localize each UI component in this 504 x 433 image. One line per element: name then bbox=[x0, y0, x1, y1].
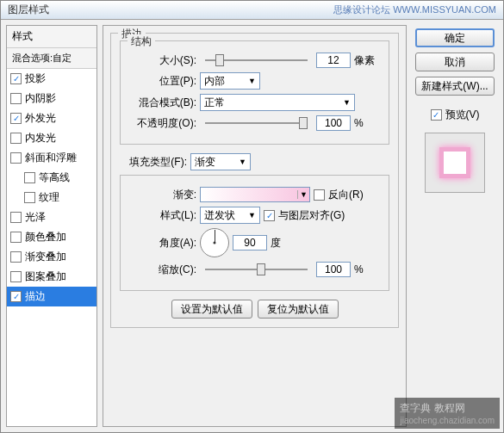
stroke-fieldset: 描边 结构 大小(S): 像素 位置(P): 内部 ▼ bbox=[110, 33, 399, 328]
fill-type-label: 填充类型(F): bbox=[120, 155, 187, 170]
set-default-button[interactable]: 设置为默认值 bbox=[171, 300, 252, 319]
scale-slider-thumb[interactable] bbox=[257, 263, 265, 275]
style-label: 内阴影 bbox=[25, 91, 56, 106]
position-label: 位置(P): bbox=[129, 74, 196, 89]
style-label: 图案叠加 bbox=[25, 269, 66, 284]
gradient-label: 渐变: bbox=[129, 188, 196, 202]
scale-label: 缩放(C): bbox=[129, 263, 196, 277]
style-checkbox[interactable] bbox=[10, 113, 22, 124]
opacity-label: 不透明度(O): bbox=[129, 116, 196, 131]
style-label: 光泽 bbox=[25, 210, 46, 225]
style-item[interactable]: 内阴影 bbox=[7, 89, 96, 108]
style-item[interactable]: 图案叠加 bbox=[7, 267, 96, 287]
chevron-down-icon: ▼ bbox=[248, 211, 256, 220]
scale-input[interactable] bbox=[316, 262, 351, 277]
blend-options-header[interactable]: 混合选项:自定 bbox=[7, 48, 96, 69]
fill-type-value: 渐变 bbox=[195, 155, 215, 170]
size-slider-thumb[interactable] bbox=[215, 54, 224, 66]
preview-box bbox=[425, 133, 485, 193]
blend-mode-label: 混合模式(B): bbox=[129, 96, 196, 110]
styles-panel: 样式 混合选项:自定 投影内阴影外发光内发光斜面和浮雕等高线纹理光泽颜色叠加渐变… bbox=[6, 25, 97, 427]
size-label: 大小(S): bbox=[129, 53, 196, 68]
gradient-picker[interactable]: ▼ bbox=[200, 187, 310, 202]
structure-legend: 结构 bbox=[128, 34, 155, 49]
new-style-button[interactable]: 新建样式(W)... bbox=[415, 77, 495, 96]
fill-type-select[interactable]: 渐变 ▼ bbox=[190, 153, 251, 170]
style-checkbox[interactable] bbox=[10, 251, 22, 263]
chevron-down-icon: ▼ bbox=[297, 190, 309, 199]
opacity-unit: % bbox=[354, 117, 380, 129]
scale-unit: % bbox=[354, 263, 380, 275]
opacity-slider-thumb[interactable] bbox=[299, 117, 308, 129]
style-item[interactable]: 纹理 bbox=[7, 188, 96, 207]
style-checkbox[interactable] bbox=[10, 73, 22, 84]
style-item[interactable]: 投影 bbox=[7, 69, 96, 89]
dialog-title: 图层样式 bbox=[8, 3, 49, 17]
chevron-down-icon: ▼ bbox=[248, 77, 256, 85]
style-label: 投影 bbox=[25, 71, 46, 86]
settings-panel: 描边 结构 大小(S): 像素 位置(P): 内部 ▼ bbox=[103, 25, 407, 427]
style-checkbox[interactable] bbox=[10, 152, 22, 164]
opacity-input[interactable] bbox=[316, 115, 351, 131]
style-item[interactable]: 渐变叠加 bbox=[7, 247, 96, 267]
style-item[interactable]: 描边 bbox=[7, 287, 96, 306]
preview-swatch bbox=[439, 147, 470, 178]
footer-watermark: 查字典 教程网 jiaocheng.chazidian.com bbox=[395, 398, 500, 429]
style-value: 迸发状 bbox=[204, 208, 235, 223]
style-checkbox[interactable] bbox=[10, 133, 22, 144]
style-label: 等高线 bbox=[39, 170, 70, 185]
titlebar[interactable]: 图层样式 思缘设计论坛 WWW.MISSYUAN.COM bbox=[1, 1, 503, 20]
style-checkbox[interactable] bbox=[10, 212, 22, 223]
preview-label: 预览(V) bbox=[445, 108, 480, 122]
style-list: 投影内阴影外发光内发光斜面和浮雕等高线纹理光泽颜色叠加渐变叠加图案叠加描边 bbox=[7, 69, 96, 426]
align-label: 与图层对齐(G) bbox=[278, 208, 345, 223]
align-checkbox[interactable] bbox=[264, 210, 275, 221]
angle-input[interactable] bbox=[233, 235, 267, 251]
styles-header: 样式 bbox=[7, 26, 96, 48]
angle-wheel[interactable] bbox=[200, 228, 229, 257]
position-value: 内部 bbox=[204, 74, 225, 89]
style-checkbox[interactable] bbox=[10, 232, 22, 243]
angle-unit: 度 bbox=[271, 236, 296, 251]
style-checkbox[interactable] bbox=[24, 192, 35, 203]
titlebar-watermark: 思缘设计论坛 WWW.MISSYUAN.COM bbox=[333, 3, 496, 16]
ok-button[interactable]: 确定 bbox=[415, 28, 495, 47]
style-label: 描边 bbox=[25, 289, 46, 304]
size-slider[interactable] bbox=[205, 59, 308, 61]
style-label: 纹理 bbox=[39, 190, 59, 205]
fill-fieldset: 渐变: ▼ 反向(R) 样式(L): 迸发状 ▼ 与图层对齐(G) bbox=[120, 175, 389, 291]
cancel-button[interactable]: 取消 bbox=[415, 53, 495, 71]
style-checkbox[interactable] bbox=[10, 271, 22, 282]
style-label: 样式(L): bbox=[129, 208, 196, 223]
size-unit: 像素 bbox=[354, 53, 380, 68]
style-checkbox[interactable] bbox=[10, 93, 22, 104]
style-label: 渐变叠加 bbox=[25, 250, 66, 264]
style-label: 颜色叠加 bbox=[25, 230, 66, 244]
opacity-slider[interactable] bbox=[205, 122, 308, 124]
size-input[interactable] bbox=[316, 53, 351, 68]
angle-label: 角度(A): bbox=[129, 236, 196, 251]
style-label: 内发光 bbox=[25, 131, 56, 145]
reverse-label: 反向(R) bbox=[328, 188, 364, 202]
reverse-checkbox[interactable] bbox=[314, 189, 325, 201]
actions-panel: 确定 取消 新建样式(W)... 预览(V) bbox=[412, 25, 498, 427]
style-item[interactable]: 内发光 bbox=[7, 128, 96, 148]
style-checkbox[interactable] bbox=[24, 172, 35, 183]
style-select[interactable]: 迸发状 ▼ bbox=[200, 207, 260, 224]
style-item[interactable]: 颜色叠加 bbox=[7, 227, 96, 247]
style-label: 外发光 bbox=[25, 111, 56, 126]
style-item[interactable]: 外发光 bbox=[7, 108, 96, 128]
blend-mode-value: 正常 bbox=[204, 96, 225, 110]
style-checkbox[interactable] bbox=[10, 291, 22, 302]
scale-slider[interactable] bbox=[205, 269, 308, 270]
position-select[interactable]: 内部 ▼ bbox=[200, 72, 260, 90]
layer-style-dialog: 图层样式 思缘设计论坛 WWW.MISSYUAN.COM 样式 混合选项:自定 … bbox=[0, 0, 504, 433]
reset-default-button[interactable]: 复位为默认值 bbox=[258, 300, 339, 319]
chevron-down-icon: ▼ bbox=[239, 158, 246, 166]
preview-checkbox[interactable] bbox=[431, 109, 442, 121]
blend-mode-select[interactable]: 正常 ▼ bbox=[200, 94, 355, 111]
style-item[interactable]: 斜面和浮雕 bbox=[7, 148, 96, 168]
style-item[interactable]: 光泽 bbox=[7, 207, 96, 227]
style-label: 斜面和浮雕 bbox=[25, 151, 77, 165]
style-item[interactable]: 等高线 bbox=[7, 168, 96, 188]
